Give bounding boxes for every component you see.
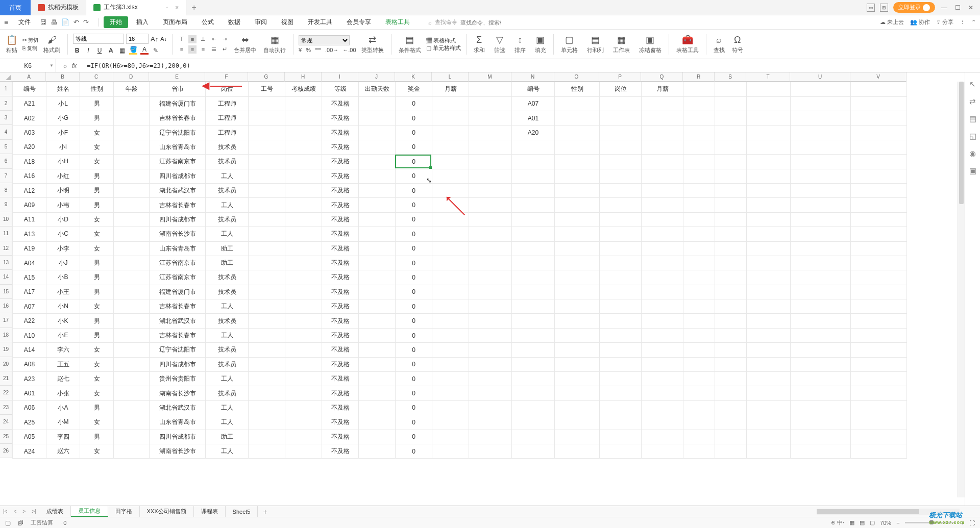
sheet-tab[interactable]: XXX公司销售额 [140,506,194,517]
cell[interactable]: 性别 [555,82,600,97]
cell[interactable] [114,169,150,183]
menu-tab-dev[interactable]: 开发工具 [302,18,338,27]
cell[interactable]: 不及格 [322,140,359,154]
cell[interactable]: 不及格 [322,328,359,342]
save-icon[interactable]: 🖫 [40,18,46,26]
cell-button[interactable]: ▢单元格 [559,34,580,54]
cell[interactable] [555,125,600,140]
cell[interactable]: 小D [46,212,80,227]
cell[interactable]: 男 [80,183,114,197]
cell[interactable] [683,444,715,458]
cell[interactable]: 0 [396,357,432,371]
cell[interactable]: 小H [46,155,80,169]
cell[interactable]: 工人 [206,415,249,430]
cell[interactable] [600,415,642,430]
align-right-icon[interactable]: ≡ [199,45,207,54]
strike-button[interactable]: A̶ [107,47,115,54]
cell[interactable]: 辽宁省沈阳市 [150,125,206,140]
row-header[interactable]: 5 [0,140,12,154]
cell[interactable] [359,125,396,140]
cell[interactable]: A21 [13,96,46,111]
cell[interactable] [747,444,791,458]
cell[interactable] [791,212,851,227]
cell[interactable] [600,241,642,256]
cell[interactable] [114,96,150,111]
cell[interactable] [791,285,851,299]
underline-button[interactable]: U [95,47,104,54]
cell[interactable] [249,241,285,256]
cell[interactable] [555,169,600,183]
cell[interactable]: 岗位 [206,82,249,97]
sheet-nav-next[interactable]: > [19,509,29,514]
cell[interactable] [469,155,512,169]
cell[interactable] [683,430,715,444]
select-all-corner[interactable] [0,72,12,82]
cell[interactable] [715,212,747,227]
cell[interactable] [642,198,683,212]
cell[interactable] [285,227,322,241]
cell[interactable] [683,343,715,357]
align-bottom-icon[interactable]: ⊥ [199,35,207,43]
cell[interactable] [432,125,469,140]
cell[interactable] [600,183,642,197]
number-format-select[interactable]: 常规 [299,35,350,45]
cell[interactable]: 四川省成都市 [150,169,206,183]
align-top-icon[interactable]: ⊤ [178,35,186,43]
cell[interactable] [715,241,747,256]
cell[interactable] [683,82,715,97]
cell[interactable] [600,343,642,357]
cell[interactable] [642,111,683,125]
cell[interactable]: 编号 [512,82,555,97]
column-header[interactable]: V [850,72,906,82]
cell[interactable] [747,270,791,285]
cell[interactable] [359,415,396,430]
cell[interactable] [469,343,512,357]
menu-tab-vip[interactable]: 会员专享 [340,18,377,27]
cell[interactable]: 性别 [80,82,114,97]
cell[interactable] [791,299,851,314]
cell[interactable]: 不及格 [322,270,359,285]
name-box[interactable]: K6 ▼ [0,59,56,72]
cell[interactable] [747,212,791,227]
cell[interactable] [791,386,851,400]
cell[interactable] [512,169,555,183]
align-middle-icon[interactable]: ≡ [188,35,197,43]
collapse-ribbon-icon[interactable]: ⌃ [971,19,976,26]
zoom-out-button[interactable]: − [896,520,899,526]
cell[interactable]: 技术员 [206,343,249,357]
cell[interactable] [432,314,469,328]
cell[interactable] [432,357,469,371]
cell[interactable]: 技术员 [206,386,249,400]
cell[interactable] [469,430,512,444]
cell[interactable] [249,270,285,285]
cell[interactable] [642,155,683,169]
name-box-dropdown-icon[interactable]: ▼ [50,63,54,68]
cell[interactable] [791,111,851,125]
sheet-nav-prev[interactable]: < [10,509,19,514]
cell[interactable] [512,328,555,342]
cell[interactable] [555,299,600,314]
cell[interactable] [683,183,715,197]
cell[interactable]: A17 [13,285,46,299]
redo-icon[interactable]: ↷ [83,18,89,26]
cell[interactable] [249,96,285,111]
row-header[interactable]: 18 [0,328,12,342]
cell[interactable]: 赵七 [46,372,80,386]
cell[interactable] [432,155,469,169]
cell[interactable] [359,212,396,227]
view-page-icon[interactable]: ▤ [860,519,865,526]
cell[interactable] [359,198,396,212]
coop-button[interactable]: 👥协作 [910,18,930,26]
zoom-slider[interactable] [905,522,956,523]
cell[interactable] [851,169,907,183]
row-header[interactable]: 2 [0,96,12,111]
cell[interactable]: 小A [46,400,80,415]
cell[interactable] [555,140,600,154]
cell[interactable]: 不及格 [322,227,359,241]
cell[interactable]: 小J [46,256,80,270]
cell[interactable] [851,444,907,458]
column-header[interactable]: A [12,72,46,82]
cell[interactable]: 0 [396,227,432,241]
input-mode-icon[interactable]: ⊕ 中· [831,519,844,526]
cell[interactable]: 0 [396,386,432,400]
